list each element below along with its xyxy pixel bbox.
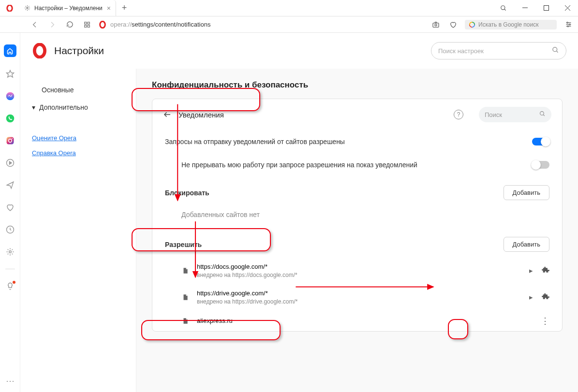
chevron-down-icon: ▾ — [32, 103, 35, 111]
svg-point-36 — [553, 47, 557, 52]
page-title: Настройки — [54, 45, 104, 57]
tab-title: Настройки – Уведомлени — [34, 5, 103, 12]
gear-icon — [24, 5, 30, 11]
section-title: Конфиденциальность и безопасность — [152, 80, 563, 90]
close-window-button[interactable] — [557, 0, 578, 16]
titlebar: Настройки – Уведомлени × + — [0, 0, 578, 16]
card-title: Уведомления — [178, 111, 447, 119]
settings-search-input[interactable]: Поиск настроек — [431, 42, 566, 59]
svg-line-40 — [543, 115, 545, 116]
chevron-right-icon[interactable]: ▸ — [529, 266, 533, 275]
snapshot-button[interactable] — [430, 19, 442, 30]
option-quiet-row[interactable]: Не прерывать мою работу при запросе разр… — [152, 153, 562, 176]
bulb-icon[interactable] — [5, 281, 15, 291]
block-section-header: Блокировать Добавить — [152, 176, 562, 206]
maximize-button[interactable] — [535, 0, 557, 16]
svg-point-1 — [27, 7, 28, 9]
opera-menu-button[interactable] — [0, 0, 19, 16]
svg-rect-8 — [85, 22, 87, 24]
play-icon[interactable] — [5, 158, 15, 168]
browser-tab[interactable]: Настройки – Уведомлени × — [19, 0, 116, 16]
svg-line-3 — [504, 9, 506, 10]
svg-rect-28 — [6, 137, 14, 145]
back-button[interactable] — [29, 19, 41, 30]
extension-icon — [542, 293, 549, 302]
svg-line-37 — [556, 51, 558, 52]
google-icon — [469, 21, 475, 28]
settings-nav: Основные ▾Дополнительно Оцените Opera Сп… — [20, 69, 136, 392]
google-search-box[interactable]: Искать в Google поиск — [465, 20, 557, 29]
svg-point-34 — [9, 251, 11, 253]
instagram-icon[interactable] — [5, 135, 15, 146]
home-icon[interactable] — [4, 44, 16, 57]
svg-point-22 — [566, 22, 568, 24]
svg-point-23 — [569, 24, 570, 25]
speed-dial-button[interactable] — [81, 19, 93, 30]
svg-point-30 — [12, 138, 13, 139]
back-arrow-icon[interactable] — [163, 110, 172, 119]
svg-point-0 — [7, 5, 13, 11]
new-tab-button[interactable]: + — [116, 0, 133, 16]
svg-point-39 — [540, 112, 544, 116]
chevron-right-icon[interactable]: ▸ — [529, 293, 533, 302]
file-icon — [181, 267, 189, 275]
notifications-card: Уведомления ? Поиск Запросы на отправку … — [152, 99, 563, 332]
extension-icon — [542, 266, 549, 276]
toggle-on[interactable] — [532, 138, 549, 145]
svg-rect-5 — [544, 6, 548, 11]
toggle-off[interactable] — [532, 161, 549, 169]
add-block-button[interactable]: Добавить — [504, 185, 549, 200]
more-rail-icon[interactable]: ⋯ — [6, 376, 15, 386]
settings-rail-icon[interactable] — [5, 247, 15, 257]
svg-rect-13 — [433, 23, 439, 27]
file-icon — [181, 317, 189, 325]
svg-rect-11 — [88, 25, 89, 27]
help-icon[interactable]: ? — [454, 110, 463, 119]
heart-button[interactable] — [447, 19, 459, 30]
block-empty-text: Добавленных сайтов нет — [152, 206, 562, 228]
minimize-button[interactable] — [514, 0, 535, 16]
search-icon — [539, 111, 546, 118]
svg-point-2 — [501, 5, 505, 9]
forward-button[interactable] — [46, 19, 58, 30]
svg-rect-9 — [88, 22, 89, 24]
rate-opera-link[interactable]: Оцените Opera — [30, 131, 126, 145]
easy-setup-button[interactable] — [563, 19, 574, 30]
reload-button[interactable] — [64, 19, 75, 30]
allow-section-header: Разрешить Добавить — [152, 228, 562, 258]
history-icon[interactable] — [5, 224, 15, 235]
sidebar-rail: ⋯ — [0, 33, 20, 392]
help-opera-link[interactable]: Справка Opera — [30, 145, 126, 160]
heart-rail-icon[interactable] — [5, 202, 15, 213]
inner-search-input[interactable]: Поиск — [479, 107, 551, 122]
svg-point-27 — [6, 115, 14, 123]
svg-point-14 — [435, 24, 437, 26]
star-icon[interactable] — [5, 69, 15, 79]
send-icon[interactable] — [5, 180, 15, 190]
toolbar: opera://settings/content/notifications И… — [0, 16, 578, 33]
settings-header: Настройки Поиск настроек — [20, 33, 578, 69]
svg-point-24 — [567, 26, 569, 27]
site-row: https://drive.google.com/*внедрено на ht… — [152, 284, 562, 311]
window-search-button[interactable] — [493, 0, 514, 16]
site-row: https://docs.google.com/*внедрено на htt… — [152, 258, 562, 284]
nav-basic[interactable]: Основные — [30, 81, 126, 99]
messenger-icon[interactable] — [5, 91, 15, 102]
whatsapp-icon[interactable] — [5, 113, 15, 124]
opera-icon — [99, 21, 106, 29]
svg-marker-32 — [9, 161, 12, 164]
svg-point-12 — [100, 21, 105, 28]
site-row: aliexpress.ru ⋮ — [152, 311, 562, 331]
more-menu-button[interactable]: ⋮ — [541, 316, 549, 326]
svg-marker-25 — [6, 71, 14, 77]
nav-advanced[interactable]: ▾Дополнительно — [30, 99, 126, 116]
add-allow-button[interactable]: Добавить — [504, 237, 549, 252]
svg-rect-10 — [85, 25, 87, 27]
opera-logo-icon — [32, 43, 47, 58]
address-bar[interactable]: opera://settings/content/notifications — [99, 21, 424, 29]
search-icon — [552, 46, 559, 55]
option-ask-row[interactable]: Запросы на отправку уведомлений от сайто… — [152, 130, 562, 153]
settings-panel: Конфиденциальность и безопасность Уведом… — [136, 69, 578, 392]
svg-point-35 — [34, 44, 44, 58]
tab-close-icon[interactable]: × — [107, 4, 111, 12]
